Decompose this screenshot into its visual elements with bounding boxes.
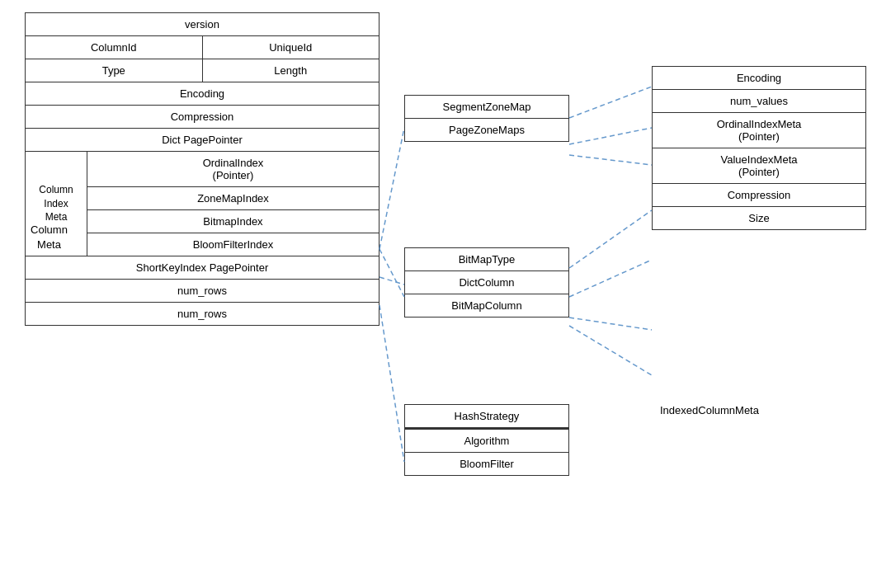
cell-length: Length	[203, 59, 380, 82]
column-index-meta-section: Column Index Meta OrdinalIndex (Pointer)…	[26, 152, 379, 256]
cell-page-zone-maps: PageZoneMaps	[405, 119, 568, 141]
mid-box-zone: SegmentZoneMap PageZoneMaps	[404, 95, 569, 142]
cell-num-rows-2: num_rows	[26, 303, 379, 325]
cell-size: Size	[653, 207, 865, 229]
cell-encoding: Encoding	[26, 82, 379, 106]
cell-bloom-filter-index: BloomFilterIndex	[87, 233, 379, 256]
svg-line-3	[380, 305, 404, 462]
cell-short-key-index: ShortKeyIndex PagePointer	[26, 256, 379, 280]
mid-box-bitmap: BitMapType DictColumn BitMapColumn	[404, 247, 569, 318]
column-meta-box: version ColumnId UniqueId Type Length En…	[25, 12, 380, 326]
cell-algorithm: Algorithm	[405, 428, 568, 453]
indexed-column-meta-box: Encoding num_values OrdinalIndexMeta (Po…	[652, 66, 866, 230]
svg-line-0	[380, 128, 404, 249]
cell-ordinal-index-meta: OrdinalIndexMeta (Pointer)	[653, 113, 865, 148]
cell-hash-strategy: HashStrategy	[405, 405, 568, 428]
cell-right-compression: Compression	[653, 184, 865, 207]
cell-columnid: ColumnId	[26, 36, 203, 59]
cell-right-encoding: Encoding	[653, 67, 865, 90]
cell-uniqueid: UniqueId	[203, 36, 380, 59]
mid-box-bloom: HashStrategy Algorithm BloomFilter	[404, 404, 569, 476]
cell-dict-column: DictColumn	[405, 271, 568, 294]
cell-version: version	[26, 13, 379, 36]
cell-ordinal-index: OrdinalIndex (Pointer)	[87, 152, 379, 187]
svg-line-10	[569, 326, 652, 375]
cell-bitmap-type: BitMapType	[405, 248, 568, 271]
svg-line-9	[569, 260, 652, 297]
cell-dict-page-pointer: Dict PagePointer	[26, 129, 379, 152]
svg-line-5	[569, 318, 652, 330]
diagram: version ColumnId UniqueId Type Length En…	[0, 0, 891, 588]
row-id: ColumnId UniqueId	[26, 36, 379, 59]
column-index-meta-cells: OrdinalIndex (Pointer) ZoneMapIndex Bitm…	[87, 152, 379, 256]
row-type-length: Type Length	[26, 59, 379, 82]
cell-bitmap-index: BitmapIndex	[87, 210, 379, 233]
cell-bloom-filter: BloomFilter	[405, 453, 568, 475]
svg-line-2	[380, 277, 404, 285]
column-meta-label: ColumnMeta	[26, 223, 72, 252]
cell-value-index-meta: ValueIndexMeta (Pointer)	[653, 148, 865, 184]
cell-type: Type	[26, 59, 203, 82]
cell-num-rows-1: num_rows	[26, 280, 379, 303]
svg-line-6	[569, 87, 652, 118]
svg-line-8	[569, 210, 652, 268]
cell-segment-zone-map: SegmentZoneMap	[405, 96, 568, 119]
cell-bitmap-column: BitMapColumn	[405, 294, 568, 317]
cell-num-values: num_values	[653, 90, 865, 113]
indexed-column-meta-label: IndexedColumnMeta	[660, 404, 759, 416]
cell-compression: Compression	[26, 106, 379, 129]
svg-line-7	[569, 155, 652, 165]
svg-line-4	[569, 128, 652, 144]
cell-zone-map-index: ZoneMapIndex	[87, 187, 379, 210]
svg-line-1	[380, 249, 404, 297]
